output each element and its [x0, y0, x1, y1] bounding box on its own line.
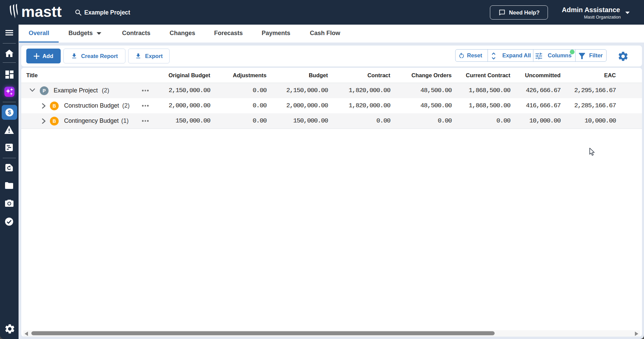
svg-text:$: $ [8, 109, 11, 116]
